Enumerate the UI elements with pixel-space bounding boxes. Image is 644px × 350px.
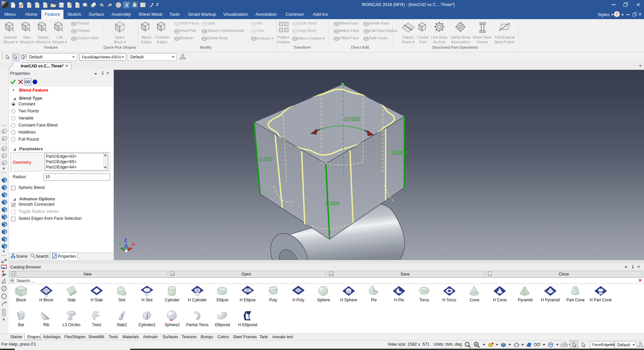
svg-text:X: X bbox=[132, 242, 135, 247]
svg-text:Y: Y bbox=[118, 242, 121, 247]
svg-text:0.000: 0.000 bbox=[326, 201, 339, 206]
svg-text:10.000: 10.000 bbox=[344, 116, 360, 122]
svg-text:0.000: 0.000 bbox=[259, 156, 273, 162]
svg-text:Z: Z bbox=[124, 238, 127, 243]
svg-text:10.000: 10.000 bbox=[391, 150, 407, 156]
